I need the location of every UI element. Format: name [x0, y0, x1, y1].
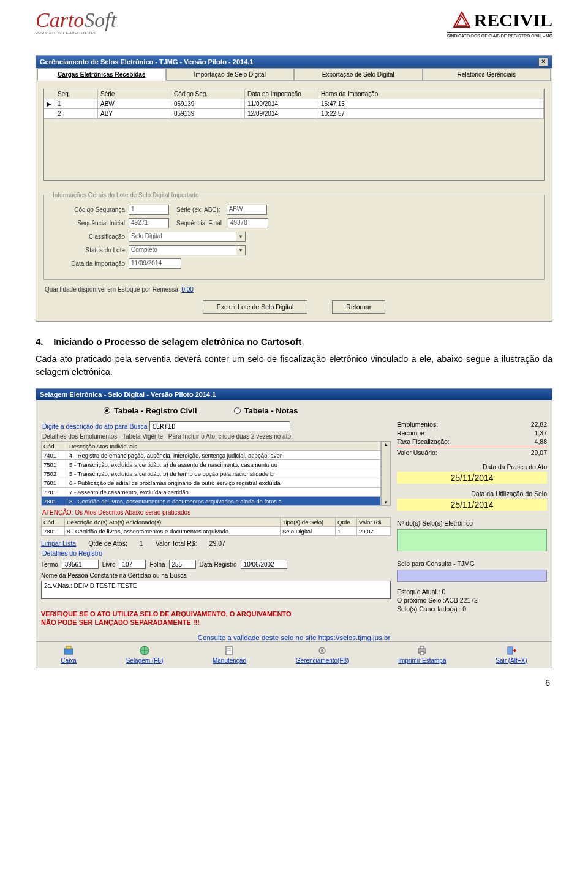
- table-row[interactable]: 75015 - Transcrição, excluída a certidão…: [42, 460, 381, 469]
- tab-bar: Cargas Eletrônicas Recebidas Importação …: [36, 68, 552, 81]
- selo-consulta-label: Selo para Consulta - TJMG: [397, 560, 547, 567]
- bottom-toolbar: Caixa Selagem (F6) Manutenção Gerenciame…: [36, 641, 552, 668]
- svg-rect-13: [508, 647, 513, 654]
- exit-icon: [506, 645, 517, 656]
- tab-importacao[interactable]: Importação de Selo Digital: [166, 68, 295, 81]
- data-registro-input[interactable]: 10/06/2002: [241, 560, 287, 569]
- estoque-atual: Estoque Atual.: 0: [397, 588, 547, 595]
- page-number: 6: [36, 678, 552, 688]
- recivil-logo: RECIVIL SINDICATO DOS OFICIAIS DE REGIST…: [447, 10, 552, 38]
- input-codigo-seguranca[interactable]: 1: [129, 205, 169, 215]
- printer-icon: [417, 645, 428, 656]
- grid-row[interactable]: ▶ 1 ABW 059139 11/09/2014 15:47:15: [44, 99, 544, 109]
- retornar-button[interactable]: Retornar: [332, 300, 385, 314]
- col-serie: Série: [98, 89, 172, 99]
- kv-recompe: Recompe:1,37: [397, 429, 547, 437]
- window-selagem: Selagem Eletrônica - Selo Digital - Vers…: [36, 388, 552, 668]
- svg-rect-12: [420, 652, 424, 655]
- consult-link: Consulte a validade deste selo no site h…: [36, 631, 552, 641]
- table-row[interactable]: 78018 - Certidão de livros, assentamento…: [42, 527, 391, 536]
- col-hora: Horas da Importação: [318, 89, 544, 99]
- table-row[interactable]: 77017 - Assento de casamento, excluída a…: [42, 488, 381, 497]
- tab-cargas[interactable]: Cargas Eletrônicas Recebidas: [37, 68, 166, 81]
- toolbar-manutencao[interactable]: Manutenção: [213, 645, 246, 664]
- toolbar-caixa[interactable]: Caixa: [61, 645, 77, 664]
- window-title: Selagem Eletrônica - Selo Digital - Vers…: [40, 391, 216, 398]
- num-selo-box: [397, 529, 547, 551]
- svg-rect-2: [64, 649, 73, 654]
- radio-icon: [234, 407, 241, 414]
- col-desc: Descrição Atos Individuais: [67, 442, 381, 451]
- svg-point-9: [321, 649, 323, 652]
- estoque-label: Quantidade disponível em Estoque por Rem…: [45, 286, 545, 293]
- radio-notas[interactable]: Tabela - Notas: [234, 406, 298, 415]
- table-row-selected[interactable]: 78018 - Certidão de livros, assentamento…: [42, 497, 381, 506]
- toolbar-sair[interactable]: Sair (Alt+X): [496, 645, 527, 664]
- table-row[interactable]: 76016 - Publicação de edital de proclama…: [42, 478, 381, 488]
- chevron-down-icon[interactable]: ▼: [236, 232, 246, 242]
- kv-taxa: Taxa Fiscalização:4,88: [397, 437, 547, 447]
- data-pratica-label: Data da Pratica do Ato: [397, 463, 547, 470]
- grid-row[interactable]: 2 ABY 059139 12/09/2014 10:22:57: [44, 109, 544, 119]
- selos-cancelados: Selo(s) Cancelado(s) : 0: [397, 605, 547, 612]
- scroll-up-icon[interactable]: ▲: [383, 442, 388, 447]
- atos-adicionados-table[interactable]: Cód. Descrição do(s) Ato(s) Adicionado(s…: [41, 517, 391, 536]
- window-gerenciamento: Gerênciamento de Selos Eletrônico - TJMG…: [36, 55, 552, 322]
- col-cod: Cód.: [42, 442, 67, 451]
- input-serie[interactable]: ABW: [227, 205, 267, 215]
- logo-subtitle: REGISTRO CIVIL E ANEXO NOTAS: [36, 31, 116, 35]
- toolbar-gerenciamento[interactable]: Gerenciamento(F8): [296, 645, 349, 664]
- chevron-down-icon[interactable]: ▼: [236, 245, 246, 255]
- nome-input[interactable]: 2a.V.Nas.: DEIVID TESTE TESTE: [41, 581, 391, 599]
- search-label: Digite a descrição do ato para Busca CER…: [42, 421, 391, 431]
- titlebar: Selagem Eletrônica - Selo Digital - Vers…: [36, 389, 552, 400]
- radio-registro-civil[interactable]: Tabela - Registro Civil: [104, 406, 197, 415]
- detalhes-registro-label: Detalhes do Registro: [42, 549, 391, 557]
- input-data-importacao[interactable]: 11/09/2014: [129, 258, 181, 269]
- lbl-data-importacao: Data da Importação: [50, 260, 125, 267]
- close-icon[interactable]: ×: [538, 58, 548, 66]
- toolbar-selagem[interactable]: Selagem (F6): [126, 645, 164, 664]
- scrollbar[interactable]: ▲▼: [381, 441, 391, 506]
- col-data: Data da Importação: [245, 89, 318, 99]
- select-classificacao[interactable]: Selo Digital▼: [129, 232, 246, 242]
- excluir-lote-button[interactable]: Excluir Lote de Selo Digital: [203, 300, 307, 314]
- tab-relatorios[interactable]: Relatórios Gerênciais: [423, 68, 551, 81]
- scroll-down-icon[interactable]: ▼: [383, 500, 388, 505]
- recivil-subtitle: SINDICATO DOS OFICIAIS DE REGISTRO CIVIL…: [447, 34, 552, 38]
- estoque-link[interactable]: 0,00: [181, 286, 193, 293]
- col-seq: Seq.: [55, 89, 98, 99]
- section-heading: 4. Iniciando o Processo de selagem eletr…: [36, 336, 552, 347]
- data-pratica-value[interactable]: 25/11/2014: [397, 472, 547, 484]
- folha-input[interactable]: 255: [169, 560, 196, 569]
- kv-valor-usuario: Valor Usuário:29,07: [397, 448, 547, 457]
- proximo-selo: O próximo Selo :ACB 22172: [397, 597, 547, 604]
- col-codigo: Código Seg.: [172, 89, 245, 99]
- toolbar-imprimir[interactable]: Imprimir Estampa: [398, 645, 446, 664]
- tab-exportacao[interactable]: Exportação de Selo Digital: [294, 68, 423, 81]
- nome-label: Nome da Pessoa Constante na Certidão ou …: [41, 572, 391, 579]
- total-label: Valor Total R$:: [156, 540, 197, 547]
- data-utilizacao-value[interactable]: 25/11/2014: [397, 499, 547, 511]
- select-status[interactable]: Completo▼: [129, 245, 246, 255]
- atencao-text: ATENÇÃO: Os Atos Descritos Abaixo serão …: [42, 509, 391, 516]
- table-row[interactable]: 75025 - Transcrição, excluída a certidão…: [42, 469, 381, 478]
- warning-text: VERIFIQUE SE O ATO UTILIZA SELO DE ARQUI…: [41, 610, 391, 627]
- lbl-classificacao: Classificação: [50, 233, 125, 240]
- search-input[interactable]: CERTID: [149, 421, 290, 431]
- document-icon: [224, 645, 235, 656]
- doc-header: CartoSoft REGISTRO CIVIL E ANEXO NOTAS R…: [36, 10, 552, 38]
- livro-input[interactable]: 107: [119, 560, 146, 569]
- input-seq-final[interactable]: 49370: [228, 218, 268, 228]
- table-row[interactable]: 74014 - Registro de emancipação, ausênci…: [42, 451, 381, 460]
- selo-consulta-box: [397, 570, 547, 582]
- atos-table[interactable]: Cód.Descrição Atos Individuais 74014 - R…: [41, 441, 381, 506]
- termo-input[interactable]: 39561: [62, 560, 99, 569]
- qtde-label: Qtde de Atos:: [88, 540, 127, 547]
- titlebar: Gerênciamento de Selos Eletrônico - TJMG…: [36, 56, 552, 68]
- lotes-grid[interactable]: Seq. Série Código Seg. Data da Importaçã…: [43, 89, 545, 181]
- input-seq-inicial[interactable]: 49271: [129, 218, 169, 228]
- radio-icon: [104, 407, 110, 414]
- gear-icon: [317, 645, 328, 656]
- limpar-lista-link[interactable]: Limpar Lista: [41, 540, 76, 547]
